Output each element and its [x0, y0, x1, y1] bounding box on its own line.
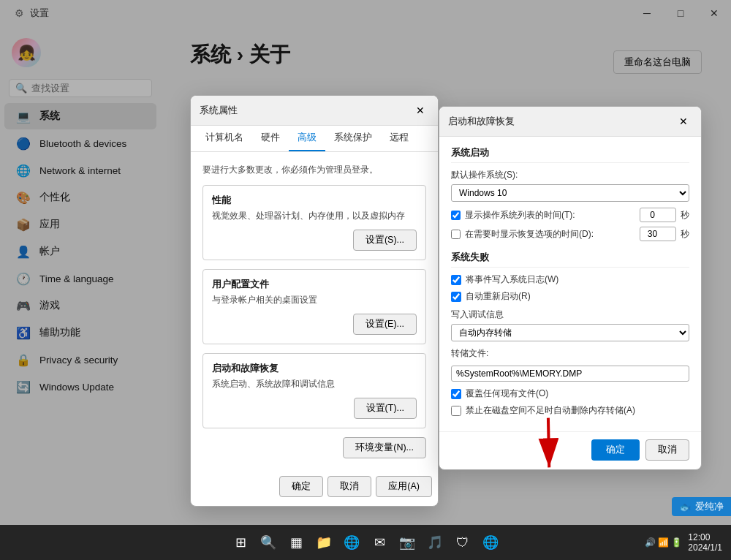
- start-button[interactable]: ⊞: [229, 531, 252, 554]
- recovery-time-checkbox[interactable]: [451, 230, 461, 239]
- default-os-label: 默认操作系统(S):: [451, 169, 689, 181]
- file-explorer-button[interactable]: 📁: [312, 531, 336, 554]
- performance-section: 性能 视觉效果、处理器计划、内存使用，以及虚拟内存 设置(S)...: [202, 185, 426, 260]
- debug-info-label: 写入调试信息: [451, 309, 689, 321]
- sys-props-cancel-button[interactable]: 取消: [327, 476, 371, 497]
- system-failure-group-label: 系统失败: [451, 251, 689, 268]
- startup-ok-button[interactable]: 确定: [591, 439, 640, 461]
- user-profiles-label: 用户配置文件: [212, 279, 417, 291]
- search-button[interactable]: 🔍: [257, 531, 280, 554]
- auto-restart-row: 自动重新启动(R): [451, 290, 689, 303]
- write-event-label: 将事件写入系统日志(W): [466, 273, 558, 286]
- dump-file-input[interactable]: [451, 366, 689, 382]
- startup-dialog: 启动和故障恢复 ✕ 系统启动 默认操作系统(S): Windows 10 显示操…: [439, 106, 702, 470]
- sys-props-dialog: 系统属性 ✕ 计算机名 硬件 高级 系统保护 远程 要进行大多数更改，你必须作为…: [190, 95, 439, 507]
- sys-props-footer: 确定 取消 应用(A): [191, 476, 438, 506]
- overwrite-label: 覆盖任何现有文件(O): [466, 387, 548, 400]
- sys-props-title: 系统属性: [200, 104, 238, 117]
- security-button[interactable]: 🛡: [451, 531, 474, 554]
- show-time-row: 显示操作系统列表的时间(T): 秒: [451, 208, 689, 222]
- recovery-time-label: 在需要时显示恢复选项的时间(D):: [465, 228, 635, 241]
- write-event-checkbox[interactable]: [451, 275, 461, 285]
- recovery-time-unit: 秒: [681, 228, 689, 241]
- disable-auto-del-checkbox[interactable]: [451, 406, 461, 416]
- sys-props-body: 要进行大多数更改，你必须作为管理员登录。 性能 视觉效果、处理器计划、内存使用，…: [191, 152, 438, 476]
- startup-cancel-button[interactable]: 取消: [645, 439, 689, 461]
- watermark-icon: 🐟: [679, 502, 691, 512]
- watermark: 🐟 爱纯净: [672, 497, 731, 516]
- overwrite-row: 覆盖任何现有文件(O): [451, 387, 689, 400]
- tab-system-protection[interactable]: 系统保护: [325, 126, 381, 151]
- photos-button[interactable]: 📷: [395, 531, 419, 554]
- sys-props-ok-button[interactable]: 确定: [279, 476, 323, 497]
- tab-remote[interactable]: 远程: [381, 126, 417, 151]
- auto-restart-checkbox[interactable]: [451, 292, 461, 302]
- env-variables-button[interactable]: 环境变量(N)...: [343, 437, 426, 458]
- tab-hardware[interactable]: 硬件: [252, 126, 289, 151]
- show-time-unit: 秒: [681, 209, 689, 222]
- show-time-input[interactable]: [640, 208, 676, 222]
- startup-recovery-settings-button[interactable]: 设置(T)...: [354, 398, 417, 419]
- performance-settings-button[interactable]: 设置(S)...: [353, 230, 417, 251]
- sys-props-tabs: 计算机名 硬件 高级 系统保护 远程: [191, 126, 438, 152]
- startup-dialog-titlebar: 启动和故障恢复 ✕: [439, 107, 701, 137]
- write-event-row: 将事件写入系统日志(W): [451, 273, 689, 286]
- debug-info-section: 写入调试信息 自动内存转储 转储文件: 覆盖任何现有文件(O) 禁止在磁盘空间不…: [451, 309, 689, 417]
- sys-props-apply-button[interactable]: 应用(A): [376, 476, 432, 497]
- clock: 12:002024/1/1: [688, 532, 722, 553]
- startup-dialog-title: 启动和故障恢复: [448, 115, 515, 128]
- startup-recovery-section: 启动和故障恢复 系统启动、系统故障和调试信息 设置(T)...: [202, 353, 426, 428]
- system-tray-icons: 🔊 📶 🔋: [645, 537, 683, 548]
- user-profiles-section: 用户配置文件 与登录帐户相关的桌面设置 设置(E)...: [202, 269, 426, 344]
- system-failure-section: 系统失败 将事件写入系统日志(W) 自动重新启动(R) 写入调试信息 自动内存转…: [451, 251, 689, 417]
- sys-props-close-button[interactable]: ✕: [412, 102, 429, 119]
- watermark-text: 爱纯净: [695, 500, 724, 513]
- startup-dialog-body: 系统启动 默认操作系统(S): Windows 10 显示操作系统列表的时间(T…: [439, 137, 701, 431]
- startup-recovery-desc: 系统启动、系统故障和调试信息: [212, 378, 417, 390]
- taskbar-right: 🔊 📶 🔋 12:002024/1/1: [645, 532, 722, 553]
- default-os-select[interactable]: Windows 10: [451, 184, 689, 202]
- disable-auto-del-row: 禁止在磁盘空间不足时自动删除内存转储(A): [451, 404, 689, 417]
- startup-recovery-label: 启动和故障恢复: [212, 363, 417, 375]
- performance-desc: 视觉效果、处理器计划、内存使用，以及虚拟内存: [212, 210, 417, 222]
- sys-props-titlebar: 系统属性 ✕: [191, 96, 438, 126]
- music-button[interactable]: 🎵: [423, 531, 447, 554]
- edge-button[interactable]: 🌐: [340, 531, 363, 554]
- mail-button[interactable]: ✉: [368, 531, 391, 554]
- startup-dialog-close-button[interactable]: ✕: [675, 113, 692, 130]
- performance-label: 性能: [212, 194, 417, 207]
- admin-note: 要进行大多数更改，你必须作为管理员登录。: [202, 164, 426, 176]
- taskbar: ⊞ 🔍 ▦ 📁 🌐 ✉ 📷 🎵 🛡 🌐 🔊 📶 🔋 12:002024/1/1: [0, 525, 731, 560]
- recovery-time-input[interactable]: [640, 227, 676, 241]
- default-os-row: 默认操作系统(S): Windows 10: [451, 169, 689, 202]
- recovery-time-row: 在需要时显示恢复选项的时间(D): 秒: [451, 227, 689, 241]
- overwrite-checkbox[interactable]: [451, 389, 461, 399]
- taskbar-icons: ⊞ 🔍 ▦ 📁 🌐 ✉ 📷 🎵 🛡 🌐: [229, 531, 502, 554]
- show-time-label: 显示操作系统列表的时间(T):: [465, 209, 635, 222]
- debug-type-select[interactable]: 自动内存转储: [451, 324, 689, 341]
- tab-computer-name[interactable]: 计算机名: [197, 126, 252, 151]
- tab-advanced[interactable]: 高级: [289, 126, 325, 151]
- auto-restart-label: 自动重新启动(R): [466, 290, 531, 303]
- user-profiles-desc: 与登录帐户相关的桌面设置: [212, 294, 417, 306]
- user-profiles-settings-button[interactable]: 设置(E)...: [353, 314, 417, 335]
- dump-file-label: 转储文件:: [451, 347, 689, 360]
- task-view-button[interactable]: ▦: [284, 531, 308, 554]
- network-taskbar-button[interactable]: 🌐: [479, 531, 502, 554]
- show-time-checkbox[interactable]: [451, 211, 461, 220]
- system-startup-group-label: 系统启动: [451, 147, 689, 163]
